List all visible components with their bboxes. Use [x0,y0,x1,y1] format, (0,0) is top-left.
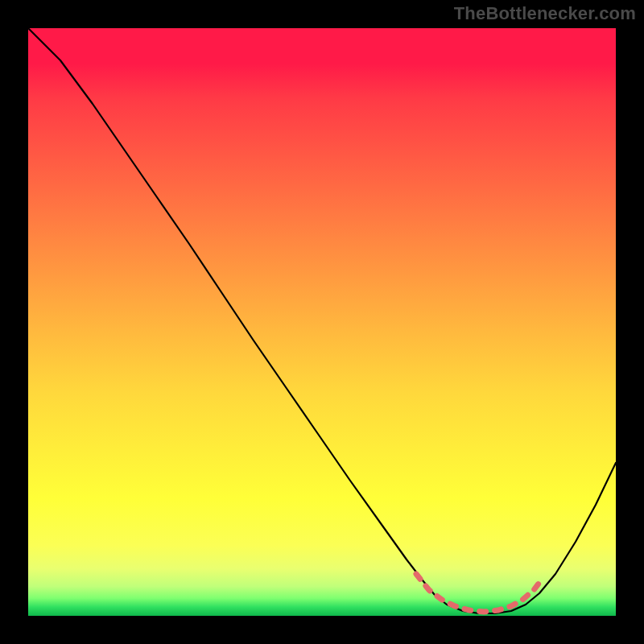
chart-frame: TheBottlenecker.com [0,0,644,644]
curve-overlay [28,28,616,616]
watermark-label: TheBottlenecker.com [454,3,636,24]
plot-area [28,28,616,616]
bottleneck-curve [28,28,616,613]
